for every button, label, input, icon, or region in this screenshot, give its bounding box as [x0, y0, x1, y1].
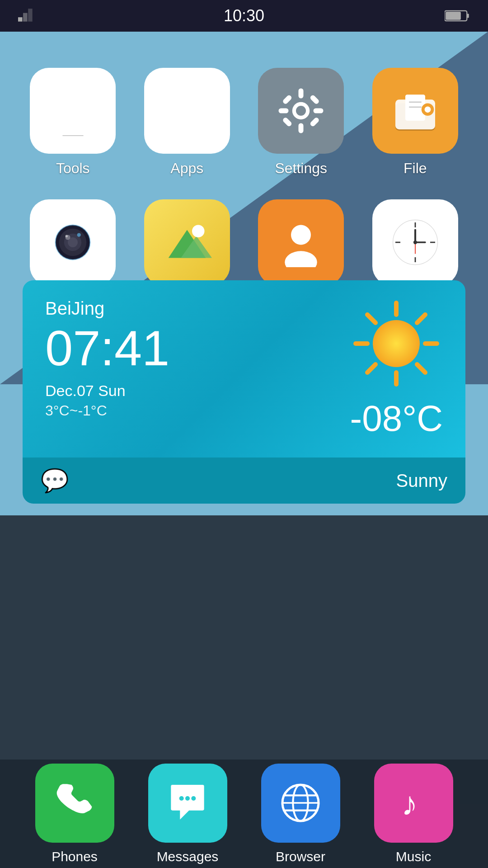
svg-point-22 — [424, 106, 431, 113]
camera-icon — [30, 199, 116, 285]
svg-line-53 — [367, 364, 375, 373]
weather-chat-icon: 💬 — [41, 467, 69, 494]
svg-line-51 — [417, 364, 425, 373]
app-file[interactable]: File — [365, 68, 466, 177]
signal-icon — [18, 7, 35, 24]
weather-main: BeiJing 07:41 Dec.07 Sun 3°C~-1°C — [23, 280, 465, 458]
svg-point-57 — [191, 796, 196, 801]
svg-marker-0 — [18, 17, 23, 22]
svg-marker-2 — [28, 9, 33, 21]
svg-point-34 — [192, 225, 205, 238]
svg-rect-11 — [314, 108, 324, 113]
status-bar: 10:30 — [0, 0, 488, 32]
svg-point-36 — [285, 251, 318, 267]
app-apps[interactable]: Apps — [137, 68, 238, 177]
tools-label: Tools — [56, 160, 90, 177]
svg-point-28 — [66, 235, 68, 238]
dock-messages[interactable]: Messages — [131, 764, 244, 864]
weather-temp: -08°C — [350, 398, 443, 439]
browser-label: Browser — [276, 849, 325, 864]
svg-rect-10 — [279, 108, 289, 113]
svg-point-54 — [373, 320, 420, 367]
app-grid: Tools Apps — [0, 32, 488, 308]
app-settings[interactable]: Settings — [251, 68, 352, 177]
svg-line-52 — [417, 315, 425, 323]
apps-label: Apps — [170, 160, 203, 177]
svg-rect-5 — [446, 12, 461, 20]
svg-point-45 — [413, 241, 417, 244]
apps-icon — [144, 68, 230, 154]
weather-condition: Sunny — [396, 471, 447, 491]
contacts-icon — [258, 199, 344, 285]
messages-label: Messages — [157, 849, 219, 864]
clock-icon — [372, 199, 458, 285]
photos-icon — [144, 199, 230, 285]
weather-right: -08°C — [350, 298, 443, 439]
weather-date: Dec.07 Sun — [45, 382, 169, 400]
svg-rect-15 — [310, 117, 320, 127]
phones-label: Phones — [52, 849, 98, 864]
weather-left: BeiJing 07:41 Dec.07 Sun 3°C~-1°C — [45, 298, 169, 419]
battery-icon — [445, 9, 470, 23]
tools-icon — [30, 68, 116, 154]
svg-point-7 — [296, 106, 306, 116]
settings-label: Settings — [275, 160, 327, 177]
dock-phones[interactable]: Phones — [18, 764, 131, 864]
sun-icon — [351, 298, 441, 389]
svg-point-30 — [77, 233, 81, 236]
svg-text:♪: ♪ — [401, 785, 418, 822]
file-icon — [372, 68, 458, 154]
svg-marker-1 — [23, 13, 28, 22]
browser-icon — [261, 764, 340, 843]
svg-rect-8 — [299, 89, 304, 99]
messages-icon — [148, 764, 227, 843]
weather-footer: 💬 Sunny — [23, 458, 465, 504]
svg-point-56 — [185, 796, 190, 801]
settings-icon — [258, 68, 344, 154]
phone-icon — [35, 764, 114, 843]
weather-city: BeiJing — [45, 298, 169, 319]
svg-point-35 — [291, 225, 311, 245]
weather-time: 07:41 — [45, 323, 169, 373]
file-label: File — [404, 160, 427, 177]
weather-widget[interactable]: BeiJing 07:41 Dec.07 Sun 3°C~-1°C — [23, 280, 465, 504]
svg-point-55 — [179, 796, 184, 801]
svg-rect-14 — [282, 117, 292, 127]
dock-music[interactable]: ♪ Music — [357, 764, 470, 864]
dock-browser[interactable]: Browser — [244, 764, 357, 864]
svg-rect-9 — [299, 123, 304, 133]
dock: Phones Messages Browser — [0, 760, 488, 868]
status-time: 10:30 — [224, 6, 264, 25]
music-icon: ♪ — [374, 764, 453, 843]
svg-rect-12 — [282, 94, 292, 105]
svg-line-50 — [367, 315, 375, 323]
app-tools[interactable]: Tools — [23, 68, 123, 177]
music-label: Music — [396, 849, 431, 864]
svg-rect-13 — [310, 94, 320, 105]
weather-range: 3°C~-1°C — [45, 402, 169, 419]
svg-rect-4 — [467, 14, 469, 18]
